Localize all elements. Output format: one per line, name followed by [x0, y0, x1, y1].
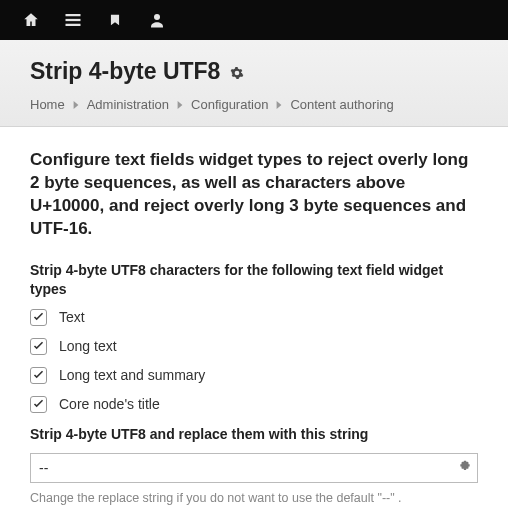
checkbox-label: Long text — [59, 338, 117, 354]
breadcrumb-item[interactable]: Home — [30, 97, 65, 112]
replace-string-field — [30, 453, 478, 483]
checkbox-text[interactable] — [30, 309, 47, 326]
module-icon[interactable] — [458, 460, 472, 477]
svg-point-3 — [154, 14, 160, 20]
checkbox-row: Long text and summary — [30, 367, 478, 384]
intro-text: Configure text fields widget types to re… — [30, 149, 478, 241]
gear-icon[interactable] — [230, 66, 244, 80]
breadcrumb: Home Administration Configuration Conten… — [30, 97, 478, 112]
breadcrumb-item[interactable]: Configuration — [191, 97, 268, 112]
chevron-right-icon — [275, 101, 283, 109]
main-content: Configure text fields widget types to re… — [0, 127, 508, 515]
page-title-text: Strip 4-byte UTF8 — [30, 58, 220, 85]
svg-rect-2 — [66, 24, 81, 26]
menu-icon[interactable] — [52, 0, 94, 40]
checkbox-core-node-title[interactable] — [30, 396, 47, 413]
checkbox-long-text-summary[interactable] — [30, 367, 47, 384]
replace-string-input[interactable] — [30, 453, 478, 483]
bookmark-icon[interactable] — [94, 0, 136, 40]
svg-rect-1 — [66, 19, 81, 21]
checkbox-label: Text — [59, 309, 85, 325]
home-icon[interactable] — [10, 0, 52, 40]
checkbox-label: Long text and summary — [59, 367, 205, 383]
chevron-right-icon — [72, 101, 80, 109]
breadcrumb-item[interactable]: Administration — [87, 97, 169, 112]
breadcrumb-item[interactable]: Content authoring — [290, 97, 393, 112]
page-header: Strip 4-byte UTF8 Home Administration Co… — [0, 40, 508, 127]
page-title: Strip 4-byte UTF8 — [30, 58, 478, 85]
admin-toolbar — [0, 0, 508, 40]
checkbox-long-text[interactable] — [30, 338, 47, 355]
checkbox-row: Text — [30, 309, 478, 326]
svg-rect-0 — [66, 14, 81, 16]
chevron-right-icon — [176, 101, 184, 109]
checkbox-row: Long text — [30, 338, 478, 355]
replace-string-label: Strip 4-byte UTF8 and replace them with … — [30, 425, 478, 444]
checkbox-label: Core node's title — [59, 396, 160, 412]
checkbox-row: Core node's title — [30, 396, 478, 413]
widget-types-label: Strip 4-byte UTF8 characters for the fol… — [30, 261, 478, 299]
replace-string-help: Change the replace string if you do not … — [30, 491, 478, 505]
user-icon[interactable] — [136, 0, 178, 40]
